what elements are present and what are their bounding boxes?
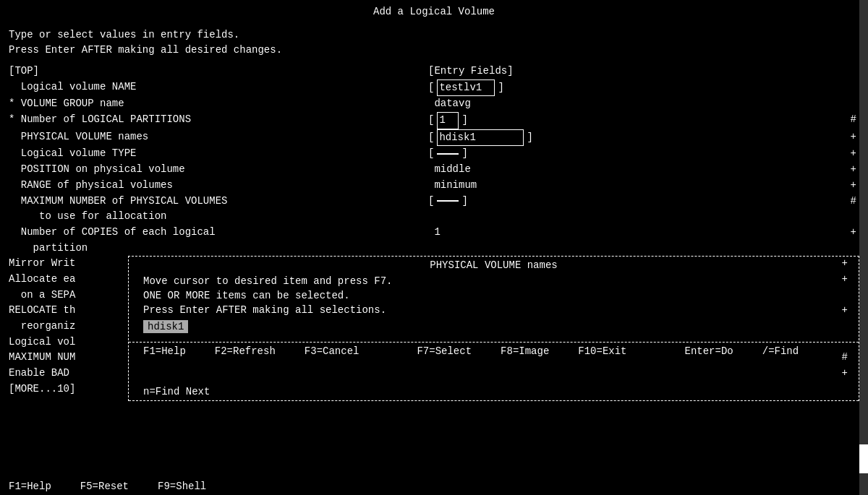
popup-nfind[interactable]: n=Find Next [143,386,210,397]
popup-enter[interactable]: Enter=Do [685,345,733,357]
plus-marker-3: + [851,162,856,178]
plus-marker-4: + [851,178,856,194]
popup-f7[interactable]: F7=Select [417,345,472,357]
field-position: POSITION on physical volume middle + [9,162,859,178]
popup-title: PHYSICAL VOLUME names [129,257,859,274]
header-row: [TOP] [Entry Fields] [9,64,859,79]
selected-item-label[interactable]: hdisk1 [143,320,188,333]
scrollbar[interactable] [859,0,868,495]
field-range: RANGE of physical volumes minimum + [9,178,859,194]
plus-marker-1: + [851,129,856,145]
page-title: Add a Logical Volume [0,0,868,22]
field-pv-names: PHYSICAL VOLUME names [hdisk1] + [9,129,859,147]
field-lv-name: Logical volume NAME [testlv1] [9,79,859,97]
popup-box: PHYSICAL VOLUME names Move cursor to des… [128,256,859,401]
main-f9[interactable]: F9=Shell [158,481,206,492]
left-partial: Mirror Writ+ Allocate ea+ on a SEPA RELO… [9,256,128,401]
main-footer: F1=Help F5=Reset F9=Shell [0,478,859,495]
lv-name-input[interactable]: testlv1 [437,79,495,97]
lv-type-input[interactable] [437,153,459,155]
field-num-partitions: * Number of LOGICAL PARTITIONS [1] # [9,112,859,129]
main-f5[interactable]: F5=Reset [80,481,129,492]
popup-f1[interactable]: F1=Help [143,345,186,357]
instructions: Type or select values in entry fields. P… [0,22,868,61]
field-vg-name: * VOLUME GROUP name datavg [9,96,859,112]
scrollbar-thumb[interactable] [859,444,868,473]
popup-instruction-1: Move cursor to desired item and press F7… [129,274,859,288]
popup-instruction-3: Press Enter AFTER making all selections. [129,303,859,317]
popup-f8[interactable]: F8=Image [501,345,549,357]
popup-section: Mirror Writ+ Allocate ea+ on a SEPA RELO… [9,256,859,401]
popup-f3[interactable]: F3=Cancel [305,345,359,357]
field-copies: Number of COPIES of each logical 1 + [9,225,859,241]
popup-item-hdisk1[interactable]: hdisk1 [129,317,859,336]
field-copies-cont: partition [9,241,859,257]
num-partitions-input[interactable]: 1 [437,112,459,129]
popup-f10[interactable]: F10=Exit [578,345,626,357]
field-max-pv-cont: to use for allocation [9,209,859,225]
popup-instruction-2: ONE OR MORE items can be selected. [129,288,859,303]
field-lv-type: Logical volume TYPE [] + [9,146,859,162]
main-content: [TOP] [Entry Fields] Logical volume NAME… [0,61,868,404]
main-f1[interactable]: F1=Help [9,481,51,492]
hash-marker-1: # [851,112,856,128]
popup-footer: F1=Help F2=Refresh F3=Cancel F7=Select F… [129,342,859,400]
field-max-pv: MAXIMUM NUMBER of PHYSICAL VOLUMES [] # [9,194,859,210]
plus-marker-5: + [851,225,856,241]
hash-marker-2: # [851,194,856,210]
max-pv-input[interactable] [437,200,459,202]
pv-names-input[interactable]: hdisk1 [437,129,524,147]
popup-f2[interactable]: F2=Refresh [215,345,276,357]
plus-marker-2: + [851,146,856,162]
popup-find[interactable]: /=Find [762,345,799,357]
screen: Add a Logical Volume Type or select valu… [0,0,868,495]
